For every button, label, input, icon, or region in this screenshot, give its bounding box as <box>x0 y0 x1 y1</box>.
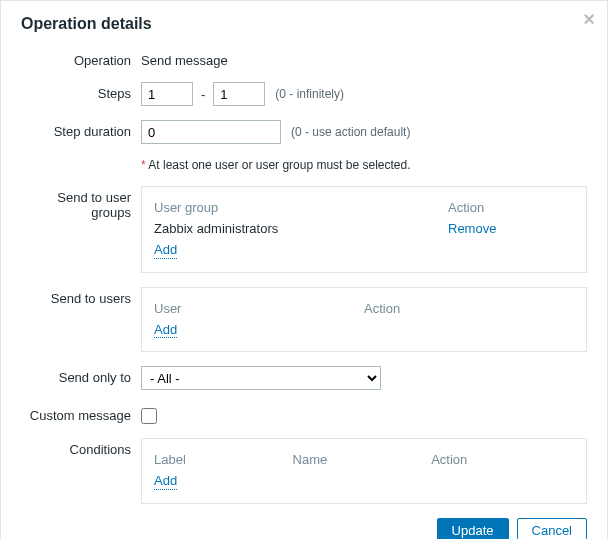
required-note-row: * At least one user or user group must b… <box>21 158 587 172</box>
user-group-name: Zabbix administrators <box>154 218 448 239</box>
table-add-row: Add <box>154 470 574 493</box>
conditions-label: Conditions <box>21 438 141 457</box>
step-duration-input[interactable] <box>141 120 281 144</box>
add-user-link[interactable]: Add <box>154 322 177 339</box>
cancel-button[interactable]: Cancel <box>517 518 587 539</box>
users-row: Send to users User Action Add <box>21 287 587 353</box>
steps-row: Steps - (0 - infinitely) <box>21 82 587 106</box>
user-col-header: User <box>154 298 364 319</box>
remove-user-group-link[interactable]: Remove <box>448 221 496 236</box>
custom-message-checkbox[interactable] <box>141 408 157 424</box>
close-icon[interactable]: × <box>583 9 595 29</box>
operation-label: Operation <box>21 49 141 68</box>
table-add-row: Add <box>154 239 574 262</box>
steps-to-input[interactable] <box>213 82 265 106</box>
custom-message-row: Custom message <box>21 404 587 424</box>
user-groups-label: Send to user groups <box>21 186 141 220</box>
modal-footer: Update Cancel <box>21 518 587 539</box>
add-user-group-link[interactable]: Add <box>154 242 177 259</box>
conditions-box: Label Name Action Add <box>141 438 587 504</box>
step-duration-label: Step duration <box>21 120 141 139</box>
users-box: User Action Add <box>141 287 587 353</box>
user-groups-table: User group Action Zabbix administrators … <box>154 197 574 262</box>
label-col-header: Label <box>154 449 293 470</box>
table-row: Zabbix administrators Remove <box>154 218 574 239</box>
users-label: Send to users <box>21 287 141 306</box>
steps-hint: (0 - infinitely) <box>275 87 344 101</box>
operation-details-modal: × Operation details Operation Send messa… <box>0 0 608 539</box>
custom-message-label: Custom message <box>21 404 141 423</box>
step-duration-hint: (0 - use action default) <box>291 125 410 139</box>
steps-label: Steps <box>21 82 141 101</box>
name-col-header: Name <box>293 449 432 470</box>
conditions-table: Label Name Action Add <box>154 449 574 493</box>
table-header-row: Label Name Action <box>154 449 574 470</box>
update-button[interactable]: Update <box>437 518 509 539</box>
user-group-col-header: User group <box>154 197 448 218</box>
send-only-to-label: Send only to <box>21 366 141 385</box>
operation-row: Operation Send message <box>21 49 587 68</box>
users-table: User Action Add <box>154 298 574 342</box>
send-only-to-select[interactable]: - All - <box>141 366 381 390</box>
table-header-row: User Action <box>154 298 574 319</box>
user-groups-box: User group Action Zabbix administrators … <box>141 186 587 273</box>
required-note: * At least one user or user group must b… <box>141 158 411 172</box>
table-add-row: Add <box>154 319 574 342</box>
user-groups-row: Send to user groups User group Action Za… <box>21 186 587 273</box>
conditions-row: Conditions Label Name Action Add <box>21 438 587 504</box>
action-col-header: Action <box>364 298 574 319</box>
action-col-header: Action <box>448 197 574 218</box>
action-col-header: Action <box>431 449 574 470</box>
step-duration-row: Step duration (0 - use action default) <box>21 120 587 144</box>
steps-from-input[interactable] <box>141 82 193 106</box>
table-header-row: User group Action <box>154 197 574 218</box>
add-condition-link[interactable]: Add <box>154 473 177 490</box>
operation-value: Send message <box>141 49 228 68</box>
modal-title: Operation details <box>21 15 587 33</box>
steps-separator: - <box>199 87 207 102</box>
send-only-to-row: Send only to - All - <box>21 366 587 390</box>
